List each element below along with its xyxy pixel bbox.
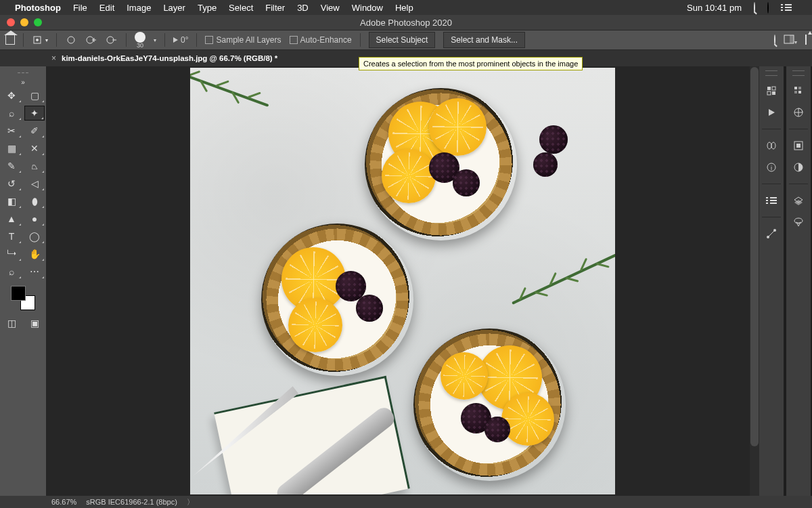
menu-3d[interactable]: 3D: [297, 3, 309, 13]
svg-rect-10: [767, 87, 771, 90]
svg-point-1: [36, 39, 39, 41]
sample-all-layers-checkbox[interactable]: Sample All Layers: [205, 35, 281, 45]
main-workspace: » ✥▢⌕✦✂✐▦✕✎⏢↺◁◧⬮▲●T◯⮡✋⌕⋯ ◫▣: [0, 66, 812, 496]
close-tab-icon[interactable]: ×: [51, 54, 56, 63]
home-button[interactable]: [5, 35, 15, 45]
dodge-tool[interactable]: ●: [24, 211, 45, 226]
hand-tool[interactable]: ✋: [24, 247, 45, 261]
menu-select[interactable]: Select: [229, 3, 253, 13]
paths-panel-icon[interactable]: [765, 227, 778, 240]
svg-rect-13: [772, 91, 775, 95]
panel-grip[interactable]: [765, 70, 777, 76]
menu-image[interactable]: Image: [127, 3, 151, 13]
menu-edit[interactable]: Edit: [99, 3, 114, 13]
quick-mask-toggle[interactable]: ◫: [1, 316, 22, 331]
eraser-tool[interactable]: ◁: [24, 176, 45, 191]
swatches-panel-icon[interactable]: [792, 84, 805, 98]
auto-enhance-checkbox[interactable]: Auto-Enhance: [290, 35, 352, 45]
panel-grip[interactable]: [792, 70, 805, 76]
canvas-area[interactable]: [46, 66, 759, 496]
stamp-tool[interactable]: ⏢: [24, 158, 45, 173]
svg-text:i: i: [771, 165, 772, 171]
status-menu-chevron-icon[interactable]: 〉: [187, 497, 194, 507]
close-window-button[interactable]: [7, 18, 15, 26]
svg-rect-29: [796, 144, 800, 148]
history-panel-icon[interactable]: [765, 84, 778, 98]
collapse-tools-icon[interactable]: »: [0, 79, 46, 86]
zoom-tool[interactable]: ⌕: [1, 264, 22, 279]
path-select-tool[interactable]: ⮡: [1, 247, 22, 261]
frame-tool[interactable]: ▦: [1, 141, 22, 156]
menu-window[interactable]: Window: [352, 3, 383, 13]
menu-clock[interactable]: Sun 10:41 pm: [687, 3, 742, 13]
shape-tool[interactable]: ◯: [24, 229, 45, 244]
siri-icon[interactable]: [767, 3, 769, 13]
window-controls: [0, 18, 42, 26]
color-panel-icon[interactable]: [792, 106, 805, 119]
history-brush-tool[interactable]: ↺: [1, 176, 22, 191]
eyedropper-tool[interactable]: ✐: [24, 123, 45, 138]
svg-rect-21: [794, 87, 797, 89]
svg-point-16: [771, 142, 775, 149]
brush-angle-control[interactable]: 0°: [173, 35, 188, 45]
brush-tool[interactable]: ✎: [1, 158, 22, 173]
brush-preview[interactable]: 30: [135, 32, 145, 49]
actions-panel-icon[interactable]: [765, 106, 778, 119]
workspace-switcher[interactable]: ▾: [784, 35, 797, 46]
vertical-scroll-thumb[interactable]: [750, 67, 759, 446]
panel-grip[interactable]: [0, 69, 46, 76]
lasso-tool[interactable]: ⌕: [1, 106, 22, 121]
spotlight-icon[interactable]: [754, 3, 755, 13]
color-swatches[interactable]: [9, 284, 37, 312]
quick-select-tool[interactable]: ✦: [24, 106, 45, 121]
layers-panel-icon[interactable]: [792, 194, 805, 207]
adjustments-panel-icon[interactable]: [792, 161, 805, 174]
app-name-menu[interactable]: Photoshop: [15, 3, 61, 13]
document-tab-title: kim-daniels-OrkEasJeY74-unsplash.jpg @ 6…: [62, 54, 277, 62]
menu-help[interactable]: Help: [395, 3, 413, 13]
svg-point-2: [68, 37, 74, 43]
status-zoom[interactable]: 66.67%: [51, 498, 76, 506]
share-button[interactable]: [805, 35, 807, 45]
document-tab[interactable]: × kim-daniels-OrkEasJeY74-unsplash.jpg @…: [51, 54, 277, 63]
screen-mode-toggle[interactable]: ▣: [24, 316, 45, 331]
menu-layer[interactable]: Layer: [163, 3, 185, 13]
new-selection-mode[interactable]: [65, 35, 77, 45]
menu-file[interactable]: File: [73, 3, 87, 13]
crop-tool[interactable]: ✂: [1, 123, 22, 138]
gradient-tool[interactable]: ◧: [1, 194, 22, 209]
zoom-window-button[interactable]: [34, 18, 42, 26]
minimize-window-button[interactable]: [20, 18, 28, 26]
blur-tool[interactable]: ⬮: [24, 194, 45, 209]
document-canvas[interactable]: [190, 68, 615, 494]
properties-panel-icon[interactable]: [765, 194, 778, 207]
pen-tool[interactable]: ▲: [1, 211, 22, 226]
menu-type[interactable]: Type: [198, 3, 217, 13]
svg-rect-11: [772, 87, 775, 90]
panel-column-a: i: [759, 66, 784, 496]
info-panel-icon[interactable]: i: [765, 161, 778, 174]
styles-panel-icon[interactable]: [792, 139, 805, 152]
search-button[interactable]: [774, 35, 775, 45]
select-and-mask-button[interactable]: Select and Mask...: [443, 32, 525, 48]
add-selection-mode[interactable]: [85, 35, 97, 45]
channels-panel-icon[interactable]: [792, 215, 805, 229]
menu-list-icon[interactable]: [781, 4, 792, 11]
foreground-color-swatch[interactable]: [11, 286, 26, 301]
brush-dropdown-icon[interactable]: ▾: [154, 37, 156, 43]
subtract-selection-mode[interactable]: [106, 35, 118, 45]
select-subject-button[interactable]: Select Subject: [369, 32, 436, 48]
more-tool[interactable]: ⋯: [24, 264, 45, 279]
move-tool[interactable]: ✥: [1, 88, 22, 103]
tool-preset-picker[interactable]: ▾: [32, 35, 48, 45]
marquee-tool[interactable]: ▢: [24, 88, 45, 103]
type-tool[interactable]: T: [1, 229, 22, 244]
libraries-panel-icon[interactable]: [765, 139, 778, 152]
menu-view[interactable]: View: [321, 3, 340, 13]
right-panel-dock: i: [759, 66, 812, 496]
shuffle-tool[interactable]: ✕: [24, 141, 45, 156]
svg-rect-9: [790, 35, 794, 43]
status-color-profile[interactable]: sRGB IEC61966-2.1 (8bpc): [86, 498, 177, 506]
vertical-scrollbar[interactable]: [750, 66, 759, 496]
menu-filter[interactable]: Filter: [265, 3, 285, 13]
